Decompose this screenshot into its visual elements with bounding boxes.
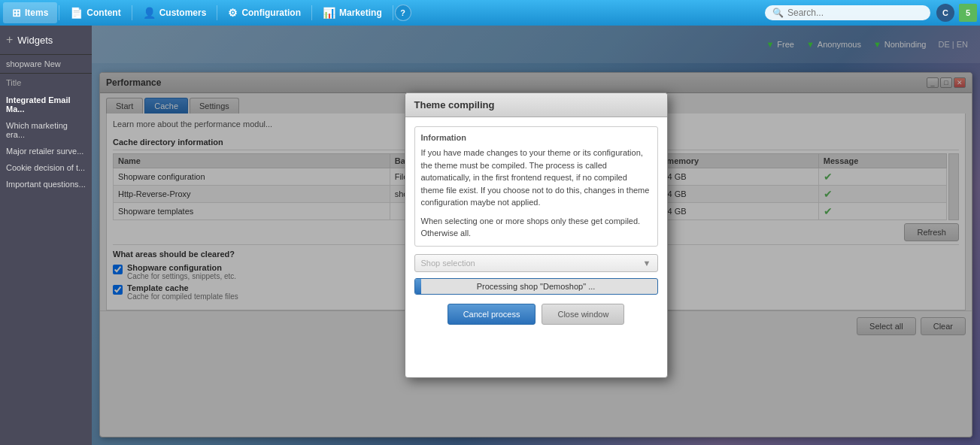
progress-text: Processing shop "Demoshop" ... [477,282,596,291]
info-group-legend: Information [421,133,651,142]
sidebar-widgets-header: + Widgets [0,26,92,55]
nav-divider-4 [311,5,312,20]
info-paragraph-2: When selecting one or more shops only th… [421,215,651,240]
nav-label-content: Content [86,8,120,18]
widgets-label: Widgets [17,35,53,46]
dialog-buttons: Cancel process Close window [414,304,658,325]
theme-compiling-dialog: Theme compiling Information If you have … [405,92,668,378]
sidebar-item-cookie-decision[interactable]: Cookie decision of t... [0,159,92,176]
search-box: 🔍 [765,5,930,20]
add-widget-icon[interactable]: + [6,33,13,47]
user-icon-button[interactable]: C [936,4,954,22]
dialog-titlebar: Theme compiling [405,93,667,117]
nav-item-customers[interactable]: 👤 Customers [134,2,216,23]
dropdown-chevron-icon: ▼ [643,259,651,268]
help-icon: ? [400,8,405,17]
nav-divider-3 [217,5,217,20]
dialog-body: Information If you have made changes to … [405,117,667,334]
nav-label-customers: Customers [159,8,207,18]
marketing-icon: 📊 [323,7,335,19]
help-button[interactable]: ? [395,5,411,21]
shopware-label: shopware New [0,55,92,74]
nav-divider-5 [393,5,393,20]
nav-item-content[interactable]: 📄 Content [61,2,129,23]
nav-item-configuration[interactable]: ⚙ Configuration [219,2,310,23]
sidebar: + Widgets shopware New Title Integrated … [0,26,92,445]
version-badge: 5 [959,4,977,22]
main-area: + Widgets shopware New Title Integrated … [0,26,980,445]
nav-item-items[interactable]: ⊞ Items [3,2,57,23]
shop-selection-placeholder: Shop selection [421,259,475,268]
nav-label-configuration: Configuration [241,8,301,18]
sidebar-item-important-questions[interactable]: Important questions... [0,176,92,192]
info-paragraph-1: If you have made changes to your theme o… [421,147,651,209]
progress-bar [415,279,421,294]
modal-overlay: Theme compiling Information If you have … [92,26,980,445]
search-input[interactable] [787,8,923,18]
sidebar-item-retailer-survey[interactable]: Major retailer surve... [0,143,92,159]
top-navigation: ⊞ Items 📄 Content 👤 Customers ⚙ Configur… [0,0,980,26]
nav-label-marketing: Marketing [339,8,382,18]
top-right-icons: C 5 [932,4,977,22]
sidebar-item-integrated-email[interactable]: Integrated Email Ma... [0,92,92,117]
search-icon: 🔍 [772,8,784,18]
progress-bar-container: Processing shop "Demoshop" ... [414,278,658,295]
nav-divider-1 [59,5,59,20]
background-content: ▼ Free ▼ Anonymous ▼ Nonbinding DE | EN … [92,26,980,445]
configuration-icon: ⚙ [228,7,238,19]
dialog-title: Theme compiling [414,99,495,110]
customers-icon: 👤 [143,7,156,19]
nav-item-marketing[interactable]: 📊 Marketing [314,2,391,23]
nav-divider-2 [132,5,132,20]
content-icon: 📄 [70,7,83,19]
shop-selection-dropdown[interactable]: Shop selection ▼ [414,254,658,272]
close-window-button[interactable]: Close window [542,304,624,325]
info-group: Information If you have made changes to … [414,126,658,247]
cancel-process-button[interactable]: Cancel process [448,304,536,325]
sidebar-item-marketing-era[interactable]: Which marketing era... [0,117,92,143]
sidebar-section-title: Title [0,74,92,92]
nav-label-items: Items [25,8,48,18]
items-icon: ⊞ [12,7,21,19]
